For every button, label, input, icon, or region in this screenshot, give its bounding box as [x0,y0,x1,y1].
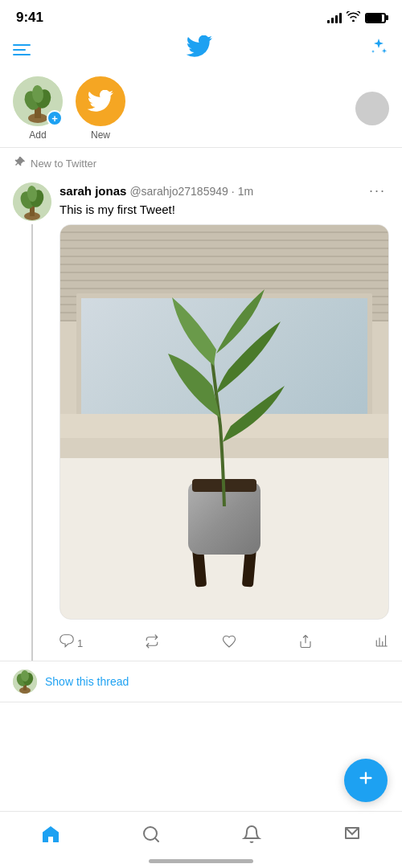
tweet-more-options-button[interactable]: ··· [366,182,389,199]
new-story-item[interactable]: New [76,76,125,141]
retweet-icon [145,634,159,653]
top-nav [0,29,402,70]
compose-icon [357,769,375,792]
battery-icon [365,13,386,23]
nav-home-item[interactable] [28,821,73,852]
share-action[interactable] [298,634,313,653]
stories-row: + Add New [0,70,402,148]
thread-avatar-small [13,669,37,694]
plant-leaves-svg [136,281,313,506]
search-icon [142,825,161,849]
retweet-action[interactable] [145,634,159,653]
twitter-logo-icon [187,35,212,63]
new-story-label: New [91,129,110,141]
add-story-label: Add [29,129,46,141]
pin-icon [13,156,26,171]
show-thread-link[interactable]: Show this thread [45,675,129,688]
add-story-plus-icon: + [47,110,63,126]
status-time: 9:41 [16,10,43,26]
tweet-author-avatar[interactable] [13,182,51,221]
sparkle-icon[interactable] [368,37,389,63]
add-story-avatar-wrap: + [13,76,63,126]
signal-icon [327,12,342,23]
tweet-author-name[interactable]: sarah jonas [59,184,126,198]
analytics-action[interactable] [375,634,389,653]
compose-tweet-button[interactable] [344,759,388,802]
reply-icon [59,634,74,653]
home-icon [41,825,60,849]
show-thread-row[interactable]: Show this thread [0,661,402,702]
tweet-thread-line [31,224,33,661]
tweet-left-column [13,182,51,661]
tweet-user-info: sarah jonas @sarahjo27185949 · 1m [59,184,253,198]
analytics-icon [375,634,389,653]
wifi-icon [347,11,360,24]
reply-action[interactable]: 1 [59,634,83,653]
tweet-header: sarah jonas @sarahjo27185949 · 1m ··· [59,182,389,199]
like-icon [222,634,236,653]
tweet-photo [60,225,388,619]
tweet-text: This is my first Tweet! [59,201,389,218]
tweet-content: sarah jonas @sarahjo27185949 · 1m ··· Th… [59,182,389,661]
messages-icon [343,825,362,849]
profile-avatar-placeholder[interactable] [355,92,389,125]
tweet-section: New to Twitter sarah jonas @sarah [0,148,402,702]
status-icons [327,11,386,24]
like-action[interactable] [222,634,236,653]
new-to-twitter-text: New to Twitter [31,158,96,170]
new-story-avatar [76,76,125,126]
hamburger-menu-icon[interactable] [13,44,31,55]
tweet-timestamp: 1m [238,185,253,198]
nav-messages-item[interactable] [330,821,375,852]
nav-notifications-item[interactable] [229,821,274,852]
status-bar: 9:41 [0,0,402,29]
reply-count: 1 [77,637,83,649]
home-indicator [149,859,253,863]
tweet-body: sarah jonas @sarahjo27185949 · 1m ··· Th… [0,176,402,661]
notifications-icon [242,825,261,849]
add-story-item[interactable]: + Add [13,76,63,141]
new-to-twitter-banner: New to Twitter [0,148,402,176]
share-icon [298,634,313,653]
tweet-author-handle[interactable]: @sarahjo27185949 [129,185,228,198]
tweet-separator-dot: · [232,185,235,198]
nav-search-item[interactable] [129,821,174,852]
tweet-actions: 1 [59,628,389,661]
tweet-image[interactable] [59,224,389,620]
